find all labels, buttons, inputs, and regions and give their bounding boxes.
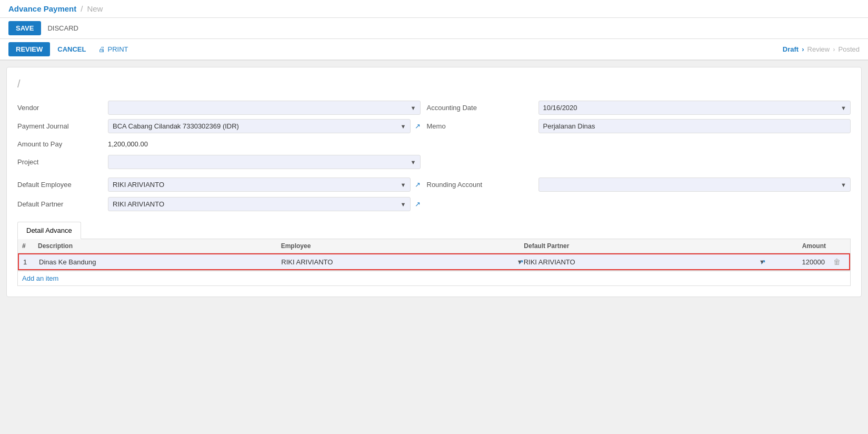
step-arrow-2: › xyxy=(833,45,835,53)
action-bar: SAVE DISCARD xyxy=(0,18,868,39)
accounting-date-label: Accounting Date xyxy=(427,104,532,112)
employee-section: Default Employee RIKI ARIVIANTO ▼ ↗ Roun… xyxy=(17,177,851,211)
breadcrumb: Advance Payment / New xyxy=(8,4,860,13)
discard-button[interactable]: DISCARD xyxy=(47,24,78,32)
rounding-account-select-wrap: ▼ xyxy=(538,177,851,192)
memo-label: Memo xyxy=(427,122,532,130)
payment-journal-external-link[interactable]: ↗ xyxy=(415,122,421,130)
form-row-1: Vendor ▼ Accounting Date 10/16/2020 ▼ xyxy=(17,101,851,115)
col-employee: Employee xyxy=(281,242,524,250)
col-num: # xyxy=(22,242,38,250)
row-employee-wrap: RIKI ARIVIANTO ▼ ↗ xyxy=(281,258,523,266)
print-button[interactable]: 🖨 PRINT xyxy=(93,42,133,56)
default-employee-select[interactable]: RIKI ARIVIANTO xyxy=(108,177,411,192)
step-review: Review xyxy=(807,45,830,53)
project-label: Project xyxy=(17,158,102,166)
form-row-2: Payment Journal BCA Cabang Cilandak 7330… xyxy=(17,119,851,133)
amount-to-pay-label: Amount to Pay xyxy=(17,140,102,148)
step-arrow-1: › xyxy=(802,45,804,53)
col-amount: Amount xyxy=(767,242,830,250)
cancel-button[interactable]: CANCEL xyxy=(52,42,91,56)
row-partner-select[interactable]: RIKI ARIVIANTO xyxy=(524,258,758,266)
tab-detail-advance[interactable]: Detail Advance xyxy=(17,222,81,239)
table-area: # Description Employee Default Partner A… xyxy=(17,239,851,286)
row-delete-icon[interactable]: 🗑 xyxy=(829,258,845,266)
tab-area: Detail Advance # Description Employee De… xyxy=(17,222,851,286)
payment-journal-select[interactable]: BCA Cabang Cilandak 7330302369 (IDR) xyxy=(108,119,411,133)
row-partner-external-link[interactable]: ↗ xyxy=(760,258,766,266)
rounding-account-label: Rounding Account xyxy=(427,181,532,189)
default-partner-row: RIKI ARIVIANTO ▼ ↗ xyxy=(108,197,421,211)
save-button[interactable]: SAVE xyxy=(8,21,41,35)
breadcrumb-main[interactable]: Advance Payment xyxy=(8,4,76,13)
default-partner-select[interactable]: RIKI ARIVIANTO xyxy=(108,197,411,211)
row-partner-wrap: RIKI ARIVIANTO ▼ ↗ xyxy=(524,258,766,266)
col-default-partner: Default Partner xyxy=(524,242,767,250)
payment-journal-row: BCA Cabang Cilandak 7330302369 (IDR) ▼ ↗ xyxy=(108,119,421,133)
project-select[interactable] xyxy=(108,155,421,169)
breadcrumb-sub: New xyxy=(87,4,103,13)
row-description[interactable]: Dinas Ke Bandung xyxy=(39,258,281,266)
top-bar: Advance Payment / New xyxy=(0,0,868,18)
payment-journal-label: Payment Journal xyxy=(17,122,102,130)
add-item-row: Add an item xyxy=(18,270,850,285)
default-employee-row: RIKI ARIVIANTO ▼ ↗ xyxy=(108,177,421,192)
row-amount[interactable]: 120000 xyxy=(766,258,829,266)
form-slash: / xyxy=(17,78,851,90)
payment-journal-select-wrap: BCA Cabang Cilandak 7330302369 (IDR) ▼ xyxy=(108,119,411,133)
default-employee-label: Default Employee xyxy=(17,181,102,189)
default-partner-select-wrap: RIKI ARIVIANTO ▼ xyxy=(108,197,411,211)
default-employee-select-wrap: RIKI ARIVIANTO ▼ xyxy=(108,177,411,192)
breadcrumb-separator: / xyxy=(81,4,83,13)
tab-header: Detail Advance xyxy=(17,222,851,239)
amount-to-pay-value: 1,200,000.00 xyxy=(108,137,421,151)
workflow-steps: Draft › Review › Posted xyxy=(783,45,860,53)
form-row-4: Project ▼ xyxy=(17,155,851,169)
form-row-3: Amount to Pay 1,200,000.00 xyxy=(17,137,851,151)
print-label: PRINT xyxy=(107,45,128,53)
form-container: / Vendor ▼ Accounting Date 10/16/2020 ▼ … xyxy=(6,67,862,297)
table-row: 1 Dinas Ke Bandung RIKI ARIVIANTO ▼ ↗ RI… xyxy=(18,253,850,270)
review-button[interactable]: REVIEW xyxy=(8,42,50,56)
memo-input[interactable] xyxy=(538,119,851,133)
col-description: Description xyxy=(38,242,281,250)
default-partner-external-link[interactable]: ↗ xyxy=(415,200,421,208)
vendor-select-wrap: ▼ xyxy=(108,101,421,115)
accounting-date-select[interactable]: 10/16/2020 xyxy=(538,101,851,115)
workflow-bar: REVIEW CANCEL 🖨 PRINT Draft › Review › P… xyxy=(0,39,868,61)
step-draft: Draft xyxy=(783,45,799,53)
row-employee-external-link[interactable]: ↗ xyxy=(518,258,524,266)
add-item-link[interactable]: Add an item xyxy=(18,271,850,285)
rounding-account-select[interactable] xyxy=(538,177,851,192)
vendor-select[interactable] xyxy=(108,101,421,115)
project-select-wrap: ▼ xyxy=(108,155,421,169)
step-posted: Posted xyxy=(839,45,860,53)
table-header: # Description Employee Default Partner A… xyxy=(18,239,850,253)
printer-icon: 🖨 xyxy=(98,45,105,53)
default-employee-external-link[interactable]: ↗ xyxy=(415,181,421,189)
row-employee-select[interactable]: RIKI ARIVIANTO xyxy=(281,258,515,266)
accounting-date-wrap: 10/16/2020 ▼ xyxy=(538,101,851,115)
vendor-label: Vendor xyxy=(17,104,102,112)
workflow-actions: REVIEW CANCEL 🖨 PRINT xyxy=(8,42,133,56)
row-num: 1 xyxy=(23,258,39,266)
col-actions xyxy=(830,242,846,250)
default-partner-label: Default Partner xyxy=(17,200,102,208)
